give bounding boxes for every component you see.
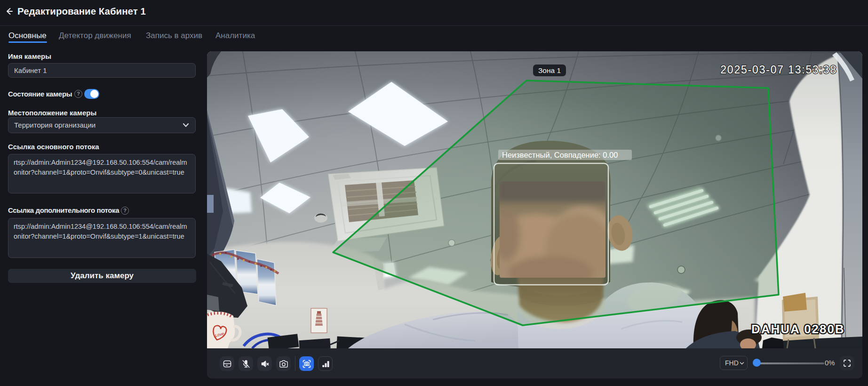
svg-text:DAHUA 0280B: DAHUA 0280B (751, 322, 845, 336)
svg-text:Неизвестный, Совпадение: 0.00: Неизвестный, Совпадение: 0.00 (502, 151, 618, 159)
svg-text:Зона 1: Зона 1 (538, 66, 561, 74)
svg-text:2025-03-07 13:53:38: 2025-03-07 13:53:38 (720, 64, 837, 76)
